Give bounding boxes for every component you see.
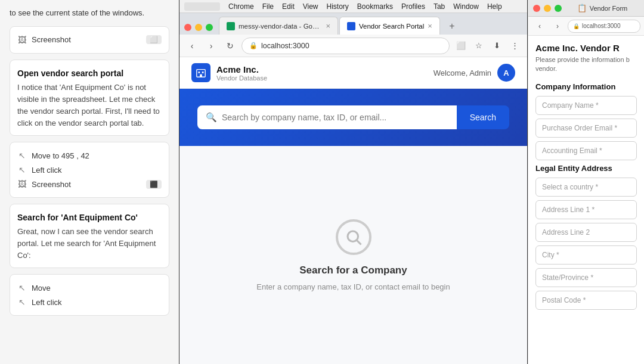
tab-title-vendor: Vendor Search Portal — [359, 23, 424, 30]
browser-nav-bar: ‹ › ↻ 🔒 localhost:3000 ⬜ ☆ ⬇ ⋮ — [179, 35, 527, 57]
app-title: Acme Inc. — [216, 64, 267, 74]
search-input-container: 🔍 — [197, 105, 457, 129]
action-card-screenshot-1: 🖼 Screenshot ⬜ — [10, 26, 169, 54]
tab-vendor-search[interactable]: Vendor Search Portal × — [339, 17, 440, 35]
action-row-click2: ↖ Left click — [17, 295, 162, 309]
lock-icon: 🔒 — [249, 42, 258, 49]
right-panel: 📋 Vendor Form ‹ › 🔒 localhost:3000 Acme … — [528, 0, 644, 364]
menu-file[interactable]: File — [262, 2, 274, 11]
minimize-dot[interactable] — [195, 24, 202, 31]
action-row-click: ↖ Left click — [17, 163, 162, 177]
accounting-email-field[interactable]: Accounting Email * — [535, 141, 637, 160]
right-back-button[interactable]: ‹ — [532, 18, 547, 34]
right-minimize-dot[interactable] — [544, 5, 551, 12]
download-button[interactable]: ⬇ — [489, 38, 504, 54]
back-button[interactable]: ‹ — [184, 38, 200, 54]
move-label: Move to 495 , 42 — [32, 151, 162, 160]
welcome-text: Welcome, Admin — [434, 69, 491, 77]
right-address-text: localhost:3000 — [582, 23, 621, 29]
postal-field[interactable]: Postal Code * — [535, 291, 637, 310]
action-card-3: ↖ Move ↖ Left click — [10, 274, 169, 316]
section2-body: Great, now I can see the vendor search p… — [17, 226, 162, 262]
empty-search-icon — [336, 219, 371, 255]
right-titlebar: 📋 Vendor Form — [528, 0, 644, 17]
menu-profiles[interactable]: Profiles — [401, 2, 425, 11]
move-label-2: Move — [32, 284, 162, 293]
tab-favicon-vendor — [347, 22, 355, 30]
menu-bar: Chrome File Edit View History Bookmarks … — [179, 0, 527, 13]
screenshot-icon-2: 🖼 — [17, 179, 27, 189]
address1-field[interactable]: Address Line 1 * — [535, 200, 637, 219]
section-2-card: Search for 'Ant Equipment Co' Great, now… — [10, 204, 169, 268]
forward-button[interactable]: › — [203, 38, 219, 54]
state-field[interactable]: State/Province * — [535, 268, 637, 287]
svg-point-4 — [348, 231, 358, 242]
svg-line-5 — [357, 240, 361, 244]
cast-button[interactable]: ⬜ — [453, 38, 469, 54]
section-1-card: Open vendor search portal I notice that … — [10, 60, 169, 136]
traffic-lights — [184, 24, 213, 31]
screenshot-icon: 🖼 — [17, 35, 27, 45]
address-text: localhost:3000 — [261, 42, 309, 50]
tab-spreadsheet[interactable]: messy-vendor-data - Googl... × — [219, 17, 338, 35]
search-empty-svg — [345, 228, 363, 246]
maximize-dot[interactable] — [206, 24, 213, 31]
vendor-form-favicon: 📋 — [577, 4, 587, 13]
app-subtitle: Vendor Database — [216, 74, 267, 82]
form-main-subtitle: Please provide the information b vendor. — [535, 55, 637, 74]
city-field[interactable]: City * — [535, 245, 637, 265]
bookmark-button[interactable]: ☆ — [471, 38, 487, 54]
action-row-screenshot: 🖼 Screenshot ⬜ — [17, 33, 162, 47]
svg-rect-1 — [199, 71, 200, 73]
tab-close-vendor[interactable]: × — [428, 21, 432, 30]
menu-edit[interactable]: Edit — [282, 2, 295, 11]
action-row-move: ↖ Move to 495 , 42 — [17, 148, 162, 163]
screenshot-label: Screenshot — [32, 35, 141, 44]
new-tab-button[interactable]: + — [444, 18, 460, 35]
section2-heading: Search for 'Ant Equipment Co' — [17, 213, 162, 222]
menu-view[interactable]: View — [303, 2, 318, 11]
menu-tab[interactable]: Tab — [434, 2, 445, 11]
country-field[interactable]: Select a country * — [535, 178, 637, 197]
left-panel: to see the current state of the windows.… — [0, 0, 179, 364]
close-dot[interactable] — [184, 24, 191, 31]
action-card-2: ↖ Move to 495 , 42 ↖ Left click 🖼 Screen… — [10, 142, 169, 198]
address2-field[interactable]: Address Line 2 — [535, 223, 637, 242]
address-bar[interactable]: 🔒 localhost:3000 — [242, 38, 450, 54]
company-name-field[interactable]: Company Name * — [535, 96, 637, 115]
section1-body: I notice that 'Ant Equipment Co' is not … — [17, 82, 162, 130]
search-button[interactable]: Search — [457, 105, 509, 129]
menu-chrome[interactable]: Chrome — [228, 2, 254, 11]
right-traffic-lights — [533, 5, 562, 12]
vendor-form-content: Acme Inc. Vendor R Please provide the in… — [528, 36, 644, 364]
action-row-screenshot2: 🖼 Screenshot ⬛ — [17, 177, 162, 191]
app-header: Acme Inc. Vendor Database Welcome, Admin… — [179, 57, 527, 89]
browser-window: Chrome File Edit View History Bookmarks … — [179, 0, 528, 364]
right-address-bar[interactable]: 🔒 localhost:3000 — [568, 20, 640, 33]
cursor-icon: ↖ — [17, 151, 27, 160]
vendor-form-title: Vendor Form — [590, 5, 628, 12]
right-maximize-dot[interactable] — [555, 5, 562, 12]
company-info-heading: Company Information — [535, 82, 637, 91]
tab-close-spreadsheet[interactable]: × — [326, 21, 330, 30]
browser-tabs-bar: messy-vendor-data - Googl... × Vendor Se… — [179, 13, 527, 35]
svg-rect-2 — [202, 71, 204, 73]
more-button[interactable]: ⋮ — [507, 38, 522, 54]
form-main-title: Acme Inc. Vendor R — [535, 43, 637, 53]
menu-help[interactable]: Help — [487, 2, 502, 11]
refresh-button[interactable]: ↻ — [222, 38, 238, 54]
menu-window[interactable]: Window — [453, 2, 479, 11]
svg-rect-3 — [200, 74, 202, 77]
menu-history[interactable]: History — [327, 2, 349, 11]
right-forward-button[interactable]: › — [550, 18, 565, 34]
avatar[interactable]: A — [497, 64, 515, 82]
click-label-2: Left click — [32, 298, 162, 307]
search-input[interactable] — [222, 105, 448, 129]
menu-bookmarks[interactable]: Bookmarks — [357, 2, 393, 11]
po-email-field[interactable]: Purchase Order Email * — [535, 119, 637, 138]
right-close-dot[interactable] — [533, 5, 540, 12]
right-lock-icon: 🔒 — [573, 23, 580, 29]
intro-text: to see the current state of the windows. — [10, 7, 169, 19]
empty-state-title: Search for a Company — [299, 265, 407, 276]
cursor-icon-2: ↖ — [17, 283, 27, 293]
